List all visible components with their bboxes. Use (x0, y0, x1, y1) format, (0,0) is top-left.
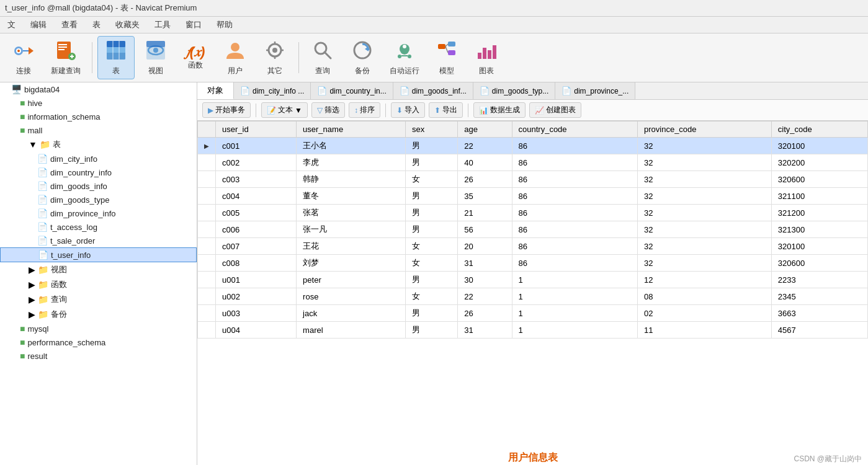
menu-item-file[interactable]: 文 (5, 18, 18, 32)
title-text: t_user_info @mall (bigdata04) - 表 - Navi… (5, 3, 197, 12)
menu-item-edit[interactable]: 编辑 (28, 18, 49, 32)
toolbar-query[interactable]: 查询 (304, 37, 341, 79)
main-area: 🖥️ bigdata04 ■ hive ■ information_schema… (0, 82, 868, 465)
tab-dim-city-info[interactable]: 📄 dim_city_info ... (234, 82, 311, 99)
cell-province-code: 11 (638, 322, 772, 339)
cell-age: 30 (458, 272, 512, 288)
sidebar-item-hanshu[interactable]: ▶ 📁 函数 (0, 277, 197, 292)
watermark: CSDN @藏于山岗中 (794, 454, 862, 464)
toolbar-user[interactable]: 用户 (217, 37, 254, 79)
sidebar-item-dim-province-info[interactable]: 📄 dim_province_info (0, 206, 197, 220)
tab-dim-goods-typ[interactable]: 📄 dim_goods_typ... (473, 82, 555, 99)
table-row[interactable]: c008 刘梦 女 31 86 32 320600 (198, 255, 868, 272)
btn-text[interactable]: 📝 文本 ▼ (261, 102, 308, 118)
sidebar: 🖥️ bigdata04 ■ hive ■ information_schema… (0, 82, 197, 465)
sidebar-item-biao[interactable]: ▼ 📁 表 (0, 137, 197, 152)
menu-item-help[interactable]: 帮助 (214, 18, 235, 32)
cell-city-code: 321100 (771, 188, 867, 205)
table-row[interactable]: c005 张茗 男 21 86 32 321200 (198, 205, 868, 221)
sidebar-item-beifen[interactable]: ▶ 📁 备份 (0, 307, 197, 322)
toolbar-connect[interactable]: 连接 (5, 37, 42, 79)
sidebar-item-chaxun[interactable]: ▶ 📁 查询 (0, 292, 197, 307)
sidebar-item-mysql[interactable]: ■ mysql (0, 322, 197, 335)
tab-dim-province[interactable]: 📄 dim_province_... (555, 82, 635, 99)
btn-datagen[interactable]: 📊 数据生成 (473, 102, 526, 118)
tab-dim-goods-inf[interactable]: 📄 dim_goods_inf... (393, 82, 473, 99)
table-row[interactable]: ▶ c001 王小名 男 22 86 32 320100 (198, 138, 868, 154)
table-row[interactable]: u004 marel 男 31 1 11 4567 (198, 322, 868, 339)
create-chart-icon: 📈 (535, 106, 544, 115)
toolbar-view[interactable]: 视图 (137, 37, 174, 79)
menu-bar: 文 编辑 查看 表 收藏夹 工具 窗口 帮助 (0, 17, 868, 33)
menu-item-table[interactable]: 表 (90, 18, 103, 32)
cell-country-code: 1 (512, 272, 637, 288)
sidebar-item-performance-schema[interactable]: ■ performance_schema (0, 335, 197, 349)
toolbar-function[interactable]: 𝑓(𝑥) 函数 (177, 43, 214, 73)
sidebar-item-t-user-info[interactable]: 📄 t_user_info (0, 247, 197, 262)
toolbar-other[interactable]: 其它 (256, 37, 293, 79)
sidebar-item-bigdata04[interactable]: 🖥️ bigdata04 (0, 82, 197, 96)
table-row[interactable]: c004 董冬 男 35 86 32 321100 (198, 188, 868, 205)
sidebar-item-dim-country-info[interactable]: 📄 dim_country_info (0, 166, 197, 179)
table-row[interactable]: u003 jack 男 26 1 02 3663 (198, 305, 868, 322)
toolbar-model[interactable]: 模型 (428, 37, 465, 79)
menu-item-tools[interactable]: 工具 (152, 18, 173, 32)
sidebar-result-label: result (27, 352, 47, 361)
sidebar-hanshu-label: 函数 (51, 279, 67, 290)
table-row[interactable]: c002 李虎 男 40 86 32 320200 (198, 154, 868, 171)
expand-beifen-icon: ▶ (29, 309, 35, 319)
table-row[interactable]: u002 rose 女 22 1 08 2345 (198, 288, 868, 305)
toolbar-new-query-label: 新建查询 (51, 66, 81, 76)
btn-sort[interactable]: ↕ 排序 (349, 102, 380, 118)
sidebar-item-shitu[interactable]: ▶ 📁 视图 (0, 262, 197, 277)
btn-create-chart[interactable]: 📈 创建图表 (529, 102, 581, 118)
db-mysql-icon: ■ (20, 324, 25, 334)
sidebar-item-dim-city-info[interactable]: 📄 dim_city_info (0, 152, 197, 166)
cell-country-code: 86 (512, 205, 637, 221)
tab-dim-country-icon: 📄 (317, 86, 327, 95)
svg-rect-39 (478, 53, 481, 59)
sidebar-item-t-access-log[interactable]: 📄 t_access_log (0, 220, 197, 234)
new-query-icon (55, 39, 77, 64)
table-row[interactable]: c003 韩静 女 26 86 32 320600 (198, 171, 868, 188)
tab-dim-country-in[interactable]: 📄 dim_country_in... (311, 82, 393, 99)
svg-point-32 (408, 55, 411, 58)
sidebar-item-result[interactable]: ■ result (0, 349, 197, 363)
table-row[interactable]: c007 王花 女 20 86 32 320100 (198, 238, 868, 255)
menu-item-favorites[interactable]: 收藏夹 (113, 18, 142, 32)
tb-sep-1 (256, 104, 256, 117)
tab-dim-goods-label: dim_goods_inf... (412, 87, 467, 95)
col-header-sex: sex (405, 122, 457, 138)
sidebar-item-dim-goods-info[interactable]: 📄 dim_goods_info (0, 179, 197, 193)
btn-import[interactable]: ⬇ 导入 (391, 102, 425, 118)
sidebar-item-hive[interactable]: ■ hive (0, 96, 197, 110)
cell-sex: 女 (405, 238, 457, 255)
sidebar-item-information-schema[interactable]: ■ information_schema (0, 110, 197, 123)
data-table-wrap[interactable]: user_id user_name sex age country_code p… (197, 121, 868, 446)
sidebar-information-schema-label: information_schema (27, 112, 100, 122)
btn-begin-trans[interactable]: ▶ 开始事务 (202, 102, 251, 118)
menu-item-window[interactable]: 窗口 (183, 18, 204, 32)
toolbar-new-query[interactable]: 新建查询 (45, 37, 87, 79)
btn-filter[interactable]: ▽ 筛选 (311, 102, 345, 118)
sidebar-item-mall[interactable]: ■ mall (0, 123, 197, 137)
toolbar-autorun[interactable]: 自动运行 (383, 37, 426, 79)
table-access-log-icon: 📄 (37, 222, 48, 232)
cell-sex: 女 (405, 288, 457, 305)
cell-country-code: 1 (512, 288, 637, 305)
table-row[interactable]: c006 张一凡 男 56 86 32 321300 (198, 221, 868, 238)
autorun-icon (393, 39, 416, 64)
cell-city-code: 2233 (771, 272, 867, 288)
toolbar-table[interactable]: 表 (97, 36, 135, 79)
sidebar-item-dim-goods-type[interactable]: 📄 dim_goods_type (0, 193, 197, 206)
table-row[interactable]: u001 peter 男 30 1 12 2233 (198, 272, 868, 288)
tab-object[interactable]: 对象 (197, 82, 234, 99)
menu-item-view[interactable]: 查看 (59, 18, 80, 32)
cell-country-code: 86 (512, 238, 637, 255)
toolbar-chart[interactable]: 图表 (468, 37, 505, 79)
toolbar-backup[interactable]: 备份 (344, 37, 381, 79)
filter-icon: ▽ (317, 106, 323, 115)
btn-export[interactable]: ⬆ 导出 (429, 102, 463, 118)
sidebar-item-t-sale-order[interactable]: 📄 t_sale_order (0, 234, 197, 247)
cell-user-name: 张一凡 (297, 221, 406, 238)
